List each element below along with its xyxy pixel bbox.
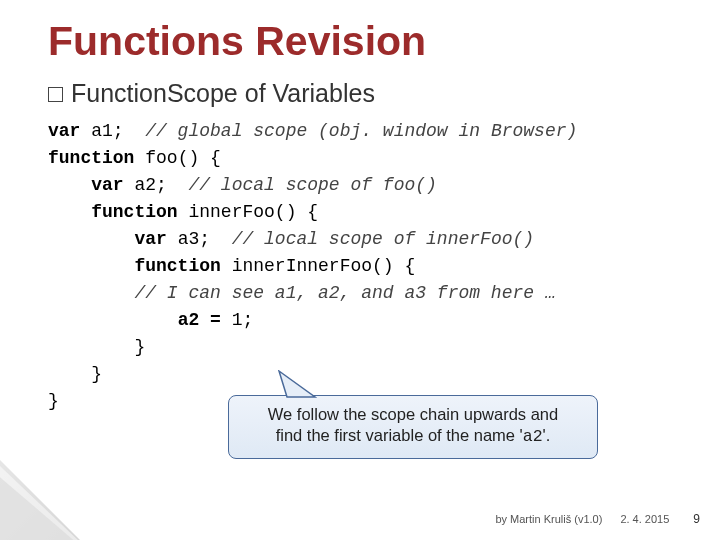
code-text: a2; [124, 175, 189, 195]
comment: // I can see a1, a2, and a3 from here … [48, 283, 556, 303]
code-bold: a2 = [178, 310, 221, 330]
footer-date: 2. 4. 2015 [620, 513, 669, 525]
comment: // local scope of innerFoo() [232, 229, 534, 249]
callout-mono: a2 [523, 427, 543, 446]
code-text: } [48, 364, 102, 384]
comment: // global scope (obj. window in Browser) [145, 121, 577, 141]
svg-marker-0 [279, 371, 315, 397]
callout-text: find the first variable of the name ' [276, 426, 523, 444]
subhead-bold: Function [71, 79, 167, 108]
code-text: innerFoo() { [178, 202, 318, 222]
keyword: function [48, 202, 178, 222]
callout-line1: We follow the scope chain upwards and [241, 404, 585, 425]
callout-text: '. [543, 426, 551, 444]
slide: Functions Revision Function Scope of Var… [0, 0, 720, 540]
slide-title: Functions Revision [48, 18, 690, 65]
section-heading: Function Scope of Variables [48, 79, 690, 108]
code-text: 1; [221, 310, 253, 330]
subhead-rest: Scope of Variables [167, 79, 375, 108]
callout-tail-icon [275, 370, 325, 398]
callout: We follow the scope chain upwards and fi… [228, 395, 598, 459]
code-text [48, 310, 178, 330]
footer: by Martin Kruliš (v1.0) 2. 4. 2015 9 [495, 512, 700, 526]
bullet-box-icon [48, 87, 63, 102]
code-text: foo() { [134, 148, 220, 168]
keyword: function [48, 256, 221, 276]
code-block: var a1; // global scope (obj. window in … [48, 118, 690, 415]
code-text: } [48, 337, 145, 357]
code-text: a3; [167, 229, 232, 249]
code-text: innerInnerFoo() { [221, 256, 415, 276]
footer-author: by Martin Kruliš (v1.0) [495, 513, 602, 525]
keyword: function [48, 148, 134, 168]
keyword: var [48, 229, 167, 249]
keyword: var [48, 121, 80, 141]
page-number: 9 [693, 512, 700, 526]
corner-decoration-icon [0, 390, 120, 540]
code-text: a1; [80, 121, 145, 141]
keyword: var [48, 175, 124, 195]
callout-line2: find the first variable of the name 'a2'… [241, 425, 585, 447]
comment: // local scope of foo() [188, 175, 436, 195]
